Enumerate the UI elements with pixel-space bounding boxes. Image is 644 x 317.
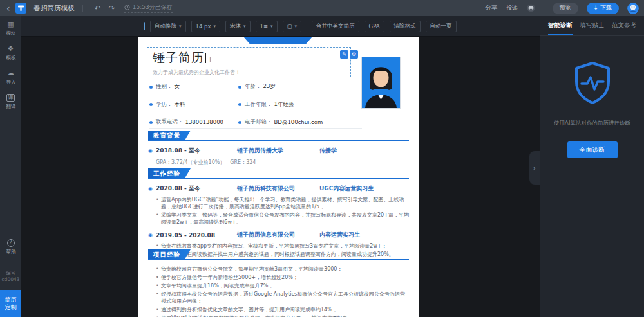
section-project[interactable]: 项目经验 负责给校园官方微信公众号撰文，每星期平均贡献3篇图文，平均阅读量300… [148, 249, 409, 317]
job-title: 内容运营实习生 [319, 231, 409, 239]
panel-tabs: 智能诊断 填写贴士 范文参考 [540, 16, 644, 36]
download-icon: ↓ [594, 5, 599, 11]
chevron-right-icon: › [533, 164, 536, 172]
entry-marker-icon: ◉ [148, 232, 153, 238]
edit-pencil-icon[interactable]: ✎ [340, 50, 348, 59]
import-cloud-icon: ☁ [7, 69, 14, 77]
auto-one-page-button[interactable]: 自动一页 [426, 21, 457, 32]
bullet-item[interactable]: 采编学习类文章、数码等，聚合成适合微信公众号发布的内容，并撰写标题和导读，共发表… [156, 212, 409, 226]
resume-customize-button[interactable]: 简历 定制 [0, 290, 21, 317]
tab-sample-reference[interactable]: 范文参考 [612, 21, 636, 35]
bullet-item[interactable]: 文章平均阅读量提升18%，阅读完成率提升7%； [156, 282, 409, 289]
field-experience-years[interactable]: 工作年限：1年经验 [238, 101, 362, 111]
job-title: UGC内容运营实习生 [319, 185, 409, 193]
diagnosis-panel: 智能诊断 填写贴士 范文参考 使用AI算法对你的简历进行诊断 全面诊断 [540, 16, 644, 317]
bullet-dot-icon [149, 103, 153, 106]
ibeam-cursor-icon: I [209, 55, 211, 64]
bullet-item[interactable]: 通过得到的分析报告优化文章的文字、图片等，提升用户阅读完成率约14%； [156, 306, 409, 313]
field-gender[interactable]: 性别：女 [149, 83, 238, 93]
sidebar-item-templates[interactable]: ❖ 模板 [0, 41, 21, 65]
bullet-item[interactable]: 经授权获得本校公众号的运营数据，通过Google Analytics和微信公众号… [156, 291, 409, 305]
preview-button[interactable]: 预览 [553, 3, 578, 14]
gpa-button[interactable]: GPA [365, 21, 384, 32]
field-phone[interactable]: 联系电话：13800138000 [149, 118, 238, 129]
basic-info-grid: 性别：女 年龄：23岁 学历：本科 工作年限：1年经验 联系电话：1380013… [149, 83, 362, 129]
font-family-dropdown[interactable]: 宋体▾ [225, 21, 251, 32]
line-spacing-dropdown[interactable]: 1≡▾ [256, 21, 278, 32]
download-button[interactable]: ↓ 下载 [587, 3, 619, 14]
page-top-ribbon [243, 37, 312, 44]
divider [82, 5, 83, 12]
editor-toolbar: 自动换肤▾ 14 px▾ 宋体▾ 1≡▾ ▢▾ 合并中英文简历 GPA 清除格式… [21, 16, 540, 37]
bullet-item[interactable]: 运营App内的UGC“话题”功能，每天推出一个学习、教育类话题，提供素材、撰写引… [156, 196, 409, 210]
sidebar-item-import[interactable]: ☁ 导入 [0, 65, 21, 89]
theme-color-swatch[interactable] [144, 22, 145, 30]
editor-canvas: 自动换肤▾ 14 px▾ 宋体▾ 1≡▾ ▢▾ 合并中英文简历 GPA 清除格式… [21, 16, 540, 317]
settings-gear-icon[interactable]: ⚙ [350, 50, 358, 59]
project-bullets: 负责给校园官方微信公众号撰文，每星期平均贡献3篇图文，平均阅读量3000； 使学… [156, 266, 409, 317]
back-icon[interactable]: ‹ [6, 3, 10, 14]
print-icon[interactable] [527, 4, 535, 12]
bullet-item[interactable]: 使用Visual.ly将该报告的数据做可视化处理，在班级中公开展示，被评为优秀报… [156, 314, 409, 317]
education-entry[interactable]: ◉2018.08 - 至今 锤子简历传播大学 传播学 [148, 147, 409, 155]
section-title: 教育背景 [148, 131, 191, 140]
user-avatar[interactable] [627, 3, 639, 14]
bullet-item[interactable]: 负责在线教育类app专栏的内容撰写、审核和更新，平均每周撰写3篇专栏文章，平均阅… [156, 242, 409, 249]
redo-icon[interactable]: ↷ [109, 4, 115, 13]
field-email[interactable]: 电子邮箱：BD@100chui.com [238, 118, 362, 129]
tab-writing-tips[interactable]: 填写贴士 [580, 21, 605, 35]
name-edit-block[interactable]: 锤子简历I 致力于成为最优秀的企业文化工作者！ ✎ ⚙ [147, 47, 351, 77]
sidebar-item-help[interactable]: ? 帮助 [0, 235, 21, 259]
app-logo-icon[interactable] [15, 3, 26, 14]
page-margin-icon: ▢ [287, 23, 292, 30]
document-title: 春招简历模板 [34, 4, 75, 13]
section-title: 工作经验 [148, 168, 191, 178]
work-bullets: 运营App内的UGC“话题”功能，每天推出一个学习、教育类话题，提供素材、撰写引… [156, 196, 409, 226]
field-education[interactable]: 学历：本科 [149, 101, 238, 111]
font-size-dropdown[interactable]: 14 px▾ [191, 21, 220, 32]
bullet-dot-icon [238, 86, 242, 89]
shield-pulse-icon [540, 60, 644, 105]
page-margin-dropdown[interactable]: ▢▾ [283, 21, 302, 32]
merge-cn-en-button[interactable]: 合并中英文简历 [312, 21, 359, 32]
text-cursor [205, 53, 206, 63]
section-work[interactable]: 工作经验 ◉2020.08 - 至今 锤子简历科技有限公司 UGC内容运营实习生… [148, 168, 409, 259]
resume-name[interactable]: 锤子简历 [153, 50, 204, 64]
tab-smart-diagnosis[interactable]: 智能诊断 [548, 21, 573, 35]
autosave-status: 15:53分已保存 [124, 3, 173, 13]
chevron-down-icon: ▾ [243, 24, 246, 29]
resume-slogan[interactable]: 致力于成为最优秀的企业文化工作者！ [153, 69, 345, 76]
modules-grid-icon: ▦ [7, 21, 14, 28]
chevron-down-icon: ▾ [179, 24, 182, 29]
share-button[interactable]: 分享 [486, 4, 498, 12]
chevron-down-icon: ▾ [213, 24, 216, 29]
deliver-button[interactable]: 投递 [506, 4, 518, 12]
panel-collapse-handle[interactable]: › [529, 151, 540, 185]
top-bar: ‹ 春招简历模板 ↶ ↷ 15:53分已保存 分享 投递 预览 ↓ 下载 [0, 0, 644, 16]
bullet-item[interactable]: 使学校官方微信号一年内新增粉丝5000+，增长超过20%； [156, 274, 409, 281]
field-age[interactable]: 年龄：23岁 [238, 83, 362, 93]
bullet-item[interactable]: 负责给校园官方微信公众号撰文，每星期平均贡献3篇图文，平均阅读量3000； [156, 266, 409, 273]
major-name: 传播学 [319, 147, 409, 155]
work-entry[interactable]: ◉2020.08 - 至今 锤子简历科技有限公司 UGC内容运营实习生 [148, 185, 409, 193]
undo-icon[interactable]: ↶ [95, 4, 101, 13]
sidebar-item-translate[interactable]: 译 翻译 [0, 89, 21, 114]
clear-format-button[interactable]: 清除格式 [390, 21, 421, 32]
auto-skin-dropdown[interactable]: 自动换肤▾ [150, 21, 186, 32]
company-name: 锤子简历信息有限公司 [237, 231, 319, 239]
bullet-dot-icon [149, 86, 153, 89]
chevron-down-icon: ▾ [270, 24, 273, 29]
id-photo[interactable] [361, 57, 401, 109]
full-diagnosis-button[interactable]: 全面诊断 [567, 141, 618, 158]
company-name: 锤子简历科技有限公司 [237, 185, 319, 193]
help-icon: ? [7, 239, 15, 247]
line-spacing-icon: 1≡ [260, 23, 269, 30]
work-entry[interactable]: ◉2019.05 - 2020.08 锤子简历信息有限公司 内容运营实习生 [148, 231, 409, 239]
sidebar-item-modules[interactable]: ▦ 模块 [0, 16, 21, 41]
diagnosis-caption: 使用AI算法对你的简历进行诊断 [540, 120, 644, 127]
clock-icon [124, 5, 130, 10]
section-education[interactable]: 教育背景 ◉2018.08 - 至今 锤子简历传播大学 传播学 GPA：3.72… [148, 131, 409, 166]
gpa-note: GPA：3.72/4（专业前10%） GRE：324 [156, 159, 409, 166]
resume-page: 锤子简历I 致力于成为最优秀的企业文化工作者！ ✎ ⚙ 性别：女 年龄：23岁 … [138, 37, 419, 317]
section-title: 项目经验 [148, 249, 191, 259]
